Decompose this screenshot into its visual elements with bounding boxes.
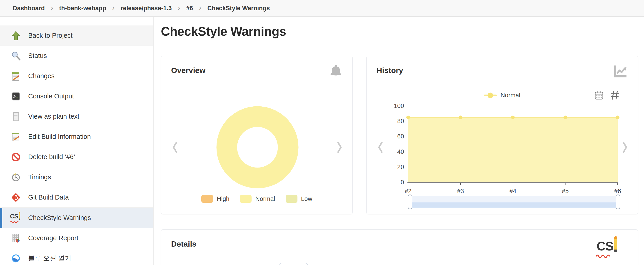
overview-card: Overview High Normal Low — [161, 56, 353, 214]
legend-item-normal[interactable]: Normal — [240, 195, 275, 203]
sidebar-item-label: CheckStyle Warnings — [28, 214, 91, 222]
sidebar-item-checkstyle-warnings[interactable]: CS CheckStyle Warnings — [0, 208, 154, 228]
svg-text:100: 100 — [394, 102, 404, 109]
svg-text:#5: #5 — [562, 188, 568, 194]
legend-swatch-normal — [240, 195, 252, 203]
svg-text:20: 20 — [397, 164, 404, 170]
terminal-icon — [10, 90, 22, 102]
legend-label: High — [217, 196, 230, 202]
breadcrumb-item-branch[interactable]: release/phase-1.3 — [121, 5, 172, 12]
breadcrumb-item-dashboard[interactable]: Dashboard — [13, 5, 45, 12]
svg-text:0: 0 — [401, 179, 404, 186]
breadcrumb: Dashboard › th-bank-webapp › release/pha… — [0, 0, 644, 16]
checkstyle-logo-icon: CS — [596, 236, 626, 264]
breadcrumb-separator-icon: › — [51, 4, 53, 11]
details-tab-partial[interactable] — [279, 263, 308, 265]
legend-item-high[interactable]: High — [201, 195, 230, 203]
legend-label: Low — [301, 196, 312, 202]
breadcrumb-item-job[interactable]: th-bank-webapp — [59, 5, 106, 12]
sidebar-item-edit-build-information[interactable]: Edit Build Information — [0, 126, 154, 147]
sidebar-item-label: Console Output — [28, 92, 74, 100]
details-card: Details CS — [161, 229, 638, 265]
sidebar-item-label: Changes — [28, 72, 54, 80]
sidebar-item-back-to-project[interactable]: Back to Project — [0, 26, 154, 46]
arrow-up-icon — [10, 30, 22, 42]
svg-text:#2: #2 — [405, 188, 412, 194]
sidebar-item-label: Timings — [28, 174, 51, 181]
sidebar-item-label: View as plain text — [28, 113, 79, 120]
magnifier-icon — [10, 50, 22, 62]
sidebar-item-label: Coverage Report — [28, 234, 78, 242]
sidebar-item-changes[interactable]: Changes — [0, 66, 154, 86]
page-title: CheckStyle Warnings — [161, 24, 286, 39]
svg-text:60: 60 — [397, 133, 404, 140]
legend-item-low[interactable]: Low — [286, 195, 312, 203]
legend-swatch-low — [286, 195, 298, 203]
sidebar-item-coverage-report[interactable]: Coverage Report — [0, 228, 154, 248]
sidebar-item-label: Git Build Data — [28, 194, 69, 201]
svg-text:#6: #6 — [614, 188, 621, 194]
sidebar-item-status[interactable]: Status — [0, 46, 154, 66]
svg-text:40: 40 — [397, 148, 404, 155]
sidebar-item-label: 블루 오션 열기 — [28, 254, 71, 263]
svg-text:#4: #4 — [510, 188, 516, 194]
history-area-chart[interactable]: 020406080100#2#3#4#5#6 — [366, 56, 638, 214]
severity-legend: High Normal Low — [161, 195, 352, 203]
checkstyle-warnings-page: Dashboard › th-bank-webapp › release/pha… — [0, 0, 644, 265]
breadcrumb-separator-icon: › — [199, 4, 201, 11]
datazoom-handle-right[interactable] — [616, 194, 620, 209]
datazoom-handle-left[interactable] — [408, 194, 412, 209]
sidebar-item-view-plain-text[interactable]: View as plain text — [0, 106, 154, 126]
breadcrumb-separator-icon: › — [178, 4, 180, 11]
severity-donut-chart[interactable] — [161, 56, 352, 214]
no-entry-icon — [10, 151, 22, 163]
clock-icon — [10, 171, 22, 183]
breadcrumb-item-build[interactable]: #6 — [186, 5, 193, 12]
datazoom-slider[interactable] — [410, 196, 618, 208]
datazoom-preview — [410, 202, 618, 208]
notepad-pencil-icon — [10, 70, 22, 82]
sidebar: Back to Project Status Changes Console O… — [0, 17, 154, 265]
coverage-report-icon — [10, 232, 22, 244]
legend-label: Normal — [255, 196, 275, 202]
sidebar-item-open-blue-ocean[interactable]: 블루 오션 열기 — [0, 248, 154, 265]
sidebar-item-label: Back to Project — [28, 32, 72, 39]
checkstyle-logo-icon: CS — [10, 212, 22, 224]
blue-ocean-icon — [10, 252, 22, 264]
sidebar-item-console-output[interactable]: Console Output — [0, 86, 154, 106]
svg-text:80: 80 — [397, 118, 404, 124]
breadcrumb-separator-icon: › — [112, 4, 114, 11]
sidebar-item-git-build-data[interactable]: Git Build Data — [0, 187, 154, 208]
plain-document-icon — [10, 111, 22, 122]
history-card: History Normal 020406080100#2#3#4#5#6 — [366, 56, 638, 214]
notepad-pencil-icon — [10, 131, 22, 143]
sidebar-item-delete-build[interactable]: Delete build ‘#6’ — [0, 147, 154, 167]
sidebar-item-label: Edit Build Information — [28, 133, 91, 140]
sidebar-item-label: Status — [28, 52, 47, 60]
svg-text:#3: #3 — [457, 188, 464, 194]
breadcrumb-item-page[interactable]: CheckStyle Warnings — [208, 5, 270, 12]
git-icon — [10, 192, 22, 204]
sidebar-item-label: Delete build ‘#6’ — [28, 153, 75, 161]
sidebar-item-timings[interactable]: Timings — [0, 167, 154, 187]
details-card-title: Details — [171, 240, 196, 248]
legend-swatch-high — [201, 195, 213, 203]
